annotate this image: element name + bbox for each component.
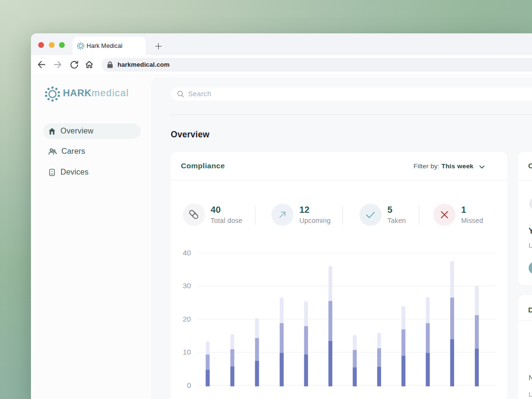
- svg-text:20: 20: [183, 314, 192, 323]
- svg-text:40: 40: [183, 249, 192, 257]
- svg-text:10: 10: [183, 348, 192, 356]
- svg-text:30: 30: [183, 281, 192, 290]
- svg-text:0: 0: [187, 381, 191, 389]
